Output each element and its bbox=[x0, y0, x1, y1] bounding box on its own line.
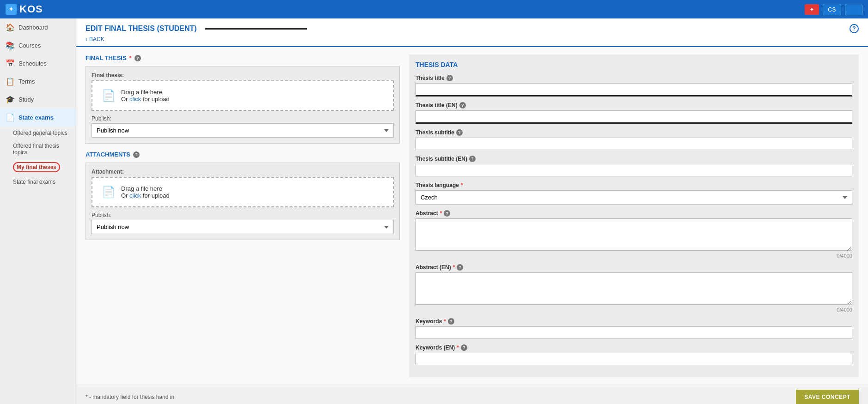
thesis-language-label: Thesis language * bbox=[416, 182, 852, 188]
attachment-upload-icon: 📄 bbox=[102, 186, 116, 199]
abstract-en-char-count: 0/4000 bbox=[416, 307, 852, 313]
footer: * - mandatory field for thesis hand in S… bbox=[76, 385, 868, 404]
sidebar-item-label: Dashboard bbox=[18, 24, 48, 31]
home-icon: 🏠 bbox=[6, 23, 15, 32]
sidebar-item-label: Courses bbox=[18, 42, 41, 49]
keywords-en-input[interactable] bbox=[416, 353, 852, 365]
sidebar-item-offered-final-thesis-topics[interactable]: Offered final thesis topics bbox=[9, 139, 76, 159]
keywords-required-star: * bbox=[444, 318, 446, 325]
final-thesis-upload-area[interactable]: 📄 Drag a file here Or click for upload bbox=[92, 80, 394, 111]
keywords-group: Keywords * ? bbox=[416, 318, 852, 339]
thesis-title-input[interactable] bbox=[416, 83, 852, 96]
thesis-subtitle-help-icon[interactable]: ? bbox=[456, 129, 463, 136]
sidebar-sub-menu: Offered general topics Offered final the… bbox=[0, 127, 76, 188]
file-upload-text: Drag a file here Or click for upload bbox=[121, 89, 170, 103]
abstract-group: Abstract * ? 0/4000 bbox=[416, 210, 852, 259]
thesis-subtitle-en-input[interactable] bbox=[416, 164, 852, 176]
title-line bbox=[205, 28, 307, 30]
sidebar-item-label: State exams bbox=[18, 114, 54, 121]
attachment-upload-text: Drag a file here Or click for upload bbox=[121, 185, 170, 199]
keywords-help-icon[interactable]: ? bbox=[448, 318, 454, 325]
sidebar-item-study[interactable]: 🎓 Study bbox=[0, 90, 76, 109]
schedules-icon: 📅 bbox=[6, 59, 15, 68]
right-panel: THESIS DATA Thesis title ? bbox=[409, 54, 859, 377]
sidebar-item-schedules[interactable]: 📅 Schedules bbox=[0, 54, 76, 72]
page-title-text: EDIT FINAL THESIS (STUDENT) bbox=[86, 24, 197, 33]
sidebar-sub-label: My final theses bbox=[13, 162, 60, 172]
sidebar-item-dashboard[interactable]: 🏠 Dashboard bbox=[0, 18, 76, 36]
attachments-box: Attachment: 📄 Drag a file here Or click … bbox=[86, 163, 400, 240]
terms-icon: 📋 bbox=[6, 77, 15, 86]
page-header: EDIT FINAL THESIS (STUDENT) ? ‹ BACK bbox=[76, 18, 868, 47]
sidebar-item-state-final-exams[interactable]: State final exams bbox=[9, 175, 76, 188]
keywords-en-group: Keywords (EN) * ? bbox=[416, 344, 852, 365]
final-thesis-publish-row: Publish: Publish now Do not publish bbox=[92, 115, 394, 138]
click-upload-link[interactable]: click bbox=[129, 96, 141, 103]
user-button[interactable]: 👤 bbox=[845, 4, 862, 15]
final-thesis-help-icon[interactable]: ? bbox=[134, 55, 141, 61]
thesis-subtitle-label: Thesis subtitle ? bbox=[416, 129, 852, 136]
attachment-click-upload-link[interactable]: click bbox=[129, 192, 141, 199]
thesis-title-en-label: Thesis title (EN) ? bbox=[416, 102, 852, 109]
page-title-row: EDIT FINAL THESIS (STUDENT) ? bbox=[86, 24, 859, 33]
sidebar-item-label: Terms bbox=[18, 78, 35, 85]
left-panel: FINAL THESIS * ? Final thesis: 📄 Drag a … bbox=[86, 54, 400, 377]
page-help-icon[interactable]: ? bbox=[850, 24, 859, 33]
thesis-title-group: Thesis title ? bbox=[416, 75, 852, 96]
sidebar-item-state-exams[interactable]: 📄 State exams bbox=[0, 109, 76, 127]
sidebar-item-my-final-theses[interactable]: My final theses bbox=[9, 159, 76, 175]
thesis-subtitle-en-label: Thesis subtitle (EN) ? bbox=[416, 156, 852, 162]
mandatory-note: * - mandatory field for thesis hand in bbox=[86, 394, 174, 400]
abstract-en-help-icon[interactable]: ? bbox=[457, 264, 463, 271]
attachment-file-label: Attachment: bbox=[92, 169, 394, 175]
attachment-publish-select[interactable]: Publish now Do not publish bbox=[92, 220, 394, 234]
save-concept-button[interactable]: SAVE CONCEPT bbox=[796, 390, 859, 404]
thesis-language-group: Thesis language * Czech English Slovak bbox=[416, 182, 852, 205]
abstract-en-label: Abstract (EN) * ? bbox=[416, 264, 852, 271]
sidebar-item-courses[interactable]: 📚 Courses bbox=[0, 36, 76, 54]
header-right: ✦ CS 👤 bbox=[805, 4, 862, 15]
keywords-en-help-icon[interactable]: ? bbox=[461, 344, 467, 351]
keywords-en-label: Keywords (EN) * ? bbox=[416, 344, 852, 351]
attachment-publish-row: Publish: Publish now Do not publish bbox=[92, 212, 394, 234]
content-body: FINAL THESIS * ? Final thesis: 📄 Drag a … bbox=[76, 47, 868, 385]
thesis-language-select[interactable]: Czech English Slovak bbox=[416, 190, 852, 205]
abstract-en-textarea[interactable] bbox=[416, 272, 852, 305]
thesis-subtitle-en-help-icon[interactable]: ? bbox=[469, 156, 476, 162]
thesis-subtitle-en-group: Thesis subtitle (EN) ? bbox=[416, 156, 852, 176]
abstract-en-required-star: * bbox=[453, 264, 455, 271]
sidebar-sub-label: Offered general topics bbox=[13, 130, 67, 136]
sidebar-item-label: Schedules bbox=[18, 60, 47, 67]
thesis-subtitle-group: Thesis subtitle ? bbox=[416, 129, 852, 150]
sidebar: 🏠 Dashboard 📚 Courses 📅 Schedules 📋 Term… bbox=[0, 18, 76, 404]
final-thesis-publish-select[interactable]: Publish now Do not publish bbox=[92, 123, 394, 138]
thesis-title-help-icon[interactable]: ? bbox=[446, 75, 453, 81]
final-thesis-section-title: FINAL THESIS * ? bbox=[86, 54, 400, 61]
abstract-textarea[interactable] bbox=[416, 218, 852, 251]
keywords-label: Keywords * ? bbox=[416, 318, 852, 325]
study-icon: 🎓 bbox=[6, 95, 15, 104]
sidebar-sub-label: State final exams bbox=[13, 179, 55, 185]
main-layout: 🏠 Dashboard 📚 Courses 📅 Schedules 📋 Term… bbox=[0, 18, 868, 404]
sidebar-item-terms[interactable]: 📋 Terms bbox=[0, 72, 76, 90]
back-link[interactable]: ‹ BACK bbox=[86, 33, 859, 46]
attachments-help-icon[interactable]: ? bbox=[133, 151, 140, 158]
lang-button[interactable]: CS bbox=[823, 4, 841, 15]
thesis-title-en-input[interactable] bbox=[416, 110, 852, 124]
star-button[interactable]: ✦ bbox=[805, 4, 819, 15]
required-star: * bbox=[129, 54, 132, 61]
thesis-title-en-group: Thesis title (EN) ? bbox=[416, 102, 852, 124]
attachment-upload-area[interactable]: 📄 Drag a file here Or click for upload bbox=[92, 177, 394, 207]
kos-icon: ✦ bbox=[6, 4, 17, 15]
language-required-star: * bbox=[461, 182, 463, 188]
final-thesis-file-label: Final thesis: bbox=[92, 72, 394, 78]
abstract-help-icon[interactable]: ? bbox=[444, 210, 450, 217]
keywords-input[interactable] bbox=[416, 326, 852, 339]
abstract-label: Abstract * ? bbox=[416, 210, 852, 217]
abstract-char-count: 0/4000 bbox=[416, 253, 852, 259]
abstract-en-group: Abstract (EN) * ? 0/4000 bbox=[416, 264, 852, 313]
sidebar-item-offered-general-topics[interactable]: Offered general topics bbox=[9, 127, 76, 139]
thesis-subtitle-input[interactable] bbox=[416, 138, 852, 150]
courses-icon: 📚 bbox=[6, 41, 15, 50]
thesis-title-en-help-icon[interactable]: ? bbox=[459, 102, 466, 109]
